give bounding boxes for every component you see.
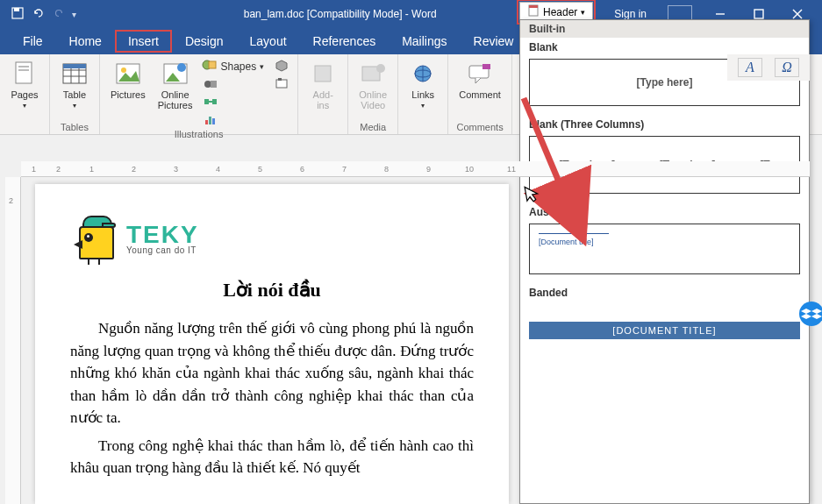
svg-text:2: 2 [9, 196, 13, 205]
svg-text:2: 2 [132, 165, 136, 174]
pictures-icon [114, 60, 142, 88]
sign-in-link[interactable]: Sign in [604, 8, 657, 20]
dropbox-badge[interactable] [799, 302, 822, 326]
svg-rect-3 [754, 10, 763, 18]
svg-text:8: 8 [384, 165, 389, 174]
svg-rect-31 [212, 118, 215, 124]
tab-mailings[interactable]: Mailings [390, 31, 459, 52]
gallery-banded-item[interactable]: [DOCUMENT TITLE] [529, 304, 800, 339]
links-icon [409, 60, 437, 88]
video-icon [359, 60, 387, 88]
svg-text:6: 6 [300, 165, 304, 174]
svg-rect-25 [211, 81, 217, 88]
online-pictures-label: Online Pictures [158, 89, 193, 110]
comment-label: Comment [459, 89, 501, 100]
smartart-button[interactable] [202, 94, 219, 110]
shapes-icon [202, 58, 218, 75]
svg-point-21 [177, 63, 186, 72]
logo-tagline: Young can do IT [126, 245, 199, 255]
addins-button[interactable]: Add- ins [305, 58, 340, 112]
tab-layout[interactable]: Layout [238, 31, 299, 52]
svg-text:10: 10 [465, 165, 474, 174]
chart-button[interactable] [202, 111, 219, 127]
document-heading: Lời nói đầu [70, 279, 474, 302]
svg-text:9: 9 [426, 165, 431, 174]
header-doc-icon [527, 4, 540, 19]
svg-text:1: 1 [32, 165, 36, 174]
gallery-banded-label: Banded [520, 283, 809, 301]
document-paragraph-2: Trong công nghệ khai thác than hầm lò, đ… [70, 435, 474, 479]
screenshot-button[interactable] [273, 75, 290, 91]
blank-placeholder: [Type here] [637, 76, 693, 89]
svg-rect-1 [14, 8, 19, 11]
tab-home[interactable]: Home [57, 31, 114, 52]
tables-group-label: Tables [57, 120, 92, 132]
svg-rect-43 [529, 5, 538, 8]
svg-text:3: 3 [174, 165, 178, 174]
illustrations-group-label: Illustrations [107, 127, 290, 139]
svg-rect-9 [16, 62, 32, 83]
shapes-button[interactable]: Shapes ▾ [202, 58, 265, 75]
svg-text:2: 2 [56, 165, 61, 174]
header-gallery: Built-in Blank [Type here] Blank (Three … [519, 19, 810, 504]
austin-placeholder: [Document title] [539, 233, 609, 246]
svg-rect-17 [63, 64, 86, 68]
addins-icon [309, 60, 337, 88]
svg-rect-32 [276, 80, 287, 88]
pictures-button[interactable]: Pictures [107, 58, 149, 102]
horizontal-ruler[interactable]: 12 123 456 789 1011 [21, 161, 810, 177]
svg-rect-29 [205, 120, 208, 124]
svg-rect-27 [212, 99, 217, 104]
tab-insert[interactable]: Insert [116, 31, 171, 52]
svg-text:1: 1 [89, 165, 94, 174]
svg-rect-30 [209, 117, 211, 124]
svg-rect-33 [278, 78, 282, 81]
symbol-button[interactable]: Ω [775, 58, 799, 77]
pages-icon [11, 60, 39, 88]
addins-label: Add- ins [313, 89, 333, 110]
svg-rect-34 [315, 66, 331, 82]
icons-button[interactable] [202, 76, 219, 92]
gallery-austin-item[interactable]: [Document title] [529, 224, 800, 274]
tab-review[interactable]: Review [461, 31, 526, 52]
links-label: Links [411, 89, 434, 100]
links-button[interactable]: Links ▾ [405, 58, 440, 111]
tab-design[interactable]: Design [173, 31, 236, 52]
svg-text:7: 7 [342, 165, 347, 174]
table-label: Table [63, 89, 86, 100]
svg-text:4: 4 [216, 165, 220, 174]
svg-rect-26 [204, 99, 209, 104]
tab-references[interactable]: References [301, 31, 389, 52]
document-page[interactable]: TEKY Young can do IT Lời nói đầu Nguồn n… [35, 184, 509, 504]
pages-button[interactable]: Pages ▾ [7, 58, 42, 111]
document-paragraph-1: Nguồn năng lượng trên thế giới vô cùng p… [70, 317, 474, 429]
banded-title: [DOCUMENT TITLE] [529, 322, 800, 339]
tab-file[interactable]: File [11, 31, 55, 52]
gallery-builtin-label: Built-in [520, 20, 809, 38]
svg-point-24 [204, 81, 211, 88]
save-icon[interactable] [11, 6, 25, 23]
vertical-ruler[interactable]: 2 [5, 177, 21, 504]
svg-point-36 [376, 64, 385, 73]
3d-models-button[interactable] [273, 58, 290, 74]
svg-point-19 [121, 67, 126, 73]
online-video-button[interactable]: Online Video [355, 58, 390, 112]
svg-text:11: 11 [507, 165, 516, 174]
online-pictures-button[interactable]: Online Pictures [154, 58, 197, 112]
undo-icon[interactable] [32, 6, 46, 23]
header-button-label: Header [543, 6, 577, 18]
comment-button[interactable]: Comment [455, 58, 504, 102]
svg-rect-11 [18, 69, 29, 71]
svg-rect-10 [18, 66, 29, 67]
svg-rect-41 [482, 64, 490, 69]
redo-icon[interactable] [53, 7, 65, 22]
svg-rect-23 [209, 61, 216, 68]
shapes-label: Shapes [221, 60, 257, 73]
teky-logo: TEKY Young can do IT [74, 214, 474, 261]
online-pictures-icon [161, 60, 189, 88]
comments-group-label: Comments [455, 120, 504, 132]
text-style-button[interactable]: A [738, 58, 762, 77]
table-button[interactable]: Table ▾ [57, 58, 92, 111]
ribbon-far-right: A Ω [727, 54, 810, 81]
bird-icon [74, 214, 121, 261]
